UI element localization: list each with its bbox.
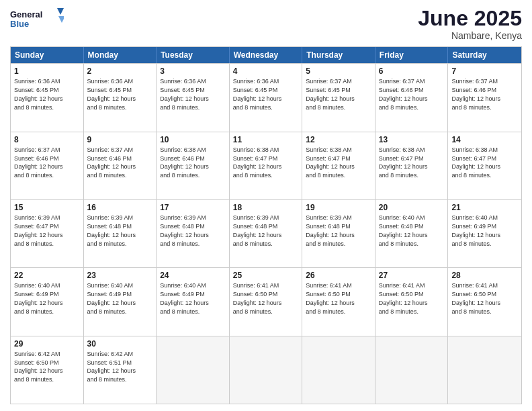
svg-marker-3 bbox=[58, 16, 64, 23]
calendar-row-4: 29 Sunrise: 6:42 AMSunset: 6:50 PMDaylig… bbox=[11, 336, 521, 404]
calendar-cell-4-2 bbox=[157, 336, 230, 404]
day-number: 19 bbox=[306, 202, 371, 213]
day-number: 16 bbox=[87, 202, 153, 213]
calendar-cell-4-4 bbox=[302, 336, 375, 404]
day-number: 5 bbox=[306, 66, 371, 77]
calendar-body: 1 Sunrise: 6:36 AMSunset: 6:45 PMDayligh… bbox=[11, 63, 521, 404]
calendar-cell-3-0: 22 Sunrise: 6:40 AMSunset: 6:49 PMDaylig… bbox=[11, 268, 84, 335]
day-number: 15 bbox=[14, 202, 80, 213]
cell-info: Sunrise: 6:41 AMSunset: 6:50 PMDaylight:… bbox=[451, 282, 500, 314]
calendar-cell-1-1: 9 Sunrise: 6:37 AMSunset: 6:46 PMDayligh… bbox=[84, 132, 157, 199]
title-block: June 2025 Nambare, Kenya bbox=[418, 7, 522, 41]
cell-info: Sunrise: 6:39 AMSunset: 6:47 PMDaylight:… bbox=[14, 214, 63, 246]
calendar-cell-1-0: 8 Sunrise: 6:37 AMSunset: 6:46 PMDayligh… bbox=[11, 132, 84, 199]
calendar-row-1: 8 Sunrise: 6:37 AMSunset: 6:46 PMDayligh… bbox=[11, 132, 521, 199]
cell-info: Sunrise: 6:36 AMSunset: 6:45 PMDaylight:… bbox=[14, 78, 63, 110]
page: General Blue June 2025 Nambare, Kenya Su… bbox=[0, 0, 532, 411]
calendar-cell-3-2: 24 Sunrise: 6:40 AMSunset: 6:49 PMDaylig… bbox=[157, 268, 230, 335]
cell-info: Sunrise: 6:36 AMSunset: 6:45 PMDaylight:… bbox=[87, 78, 136, 110]
calendar-cell-2-5: 20 Sunrise: 6:40 AMSunset: 6:48 PMDaylig… bbox=[375, 200, 449, 267]
cell-info: Sunrise: 6:37 AMSunset: 6:46 PMDaylight:… bbox=[451, 78, 500, 110]
calendar-cell-0-1: 2 Sunrise: 6:36 AMSunset: 6:45 PMDayligh… bbox=[84, 64, 157, 131]
header-thursday: Thursday bbox=[302, 47, 375, 63]
cell-info: Sunrise: 6:41 AMSunset: 6:50 PMDaylight:… bbox=[233, 282, 282, 314]
day-number: 8 bbox=[14, 134, 80, 145]
svg-marker-2 bbox=[57, 8, 64, 15]
svg-text:Blue: Blue bbox=[10, 19, 29, 29]
calendar: Sunday Monday Tuesday Wednesday Thursday… bbox=[10, 46, 522, 404]
calendar-cell-0-6: 7 Sunrise: 6:37 AMSunset: 6:46 PMDayligh… bbox=[448, 64, 521, 131]
cell-info: Sunrise: 6:40 AMSunset: 6:49 PMDaylight:… bbox=[451, 214, 500, 246]
calendar-cell-1-2: 10 Sunrise: 6:38 AMSunset: 6:46 PMDaylig… bbox=[157, 132, 230, 199]
cell-info: Sunrise: 6:41 AMSunset: 6:50 PMDaylight:… bbox=[379, 282, 428, 314]
cell-info: Sunrise: 6:37 AMSunset: 6:46 PMDaylight:… bbox=[87, 146, 136, 179]
calendar-cell-4-0: 29 Sunrise: 6:42 AMSunset: 6:50 PMDaylig… bbox=[11, 336, 84, 404]
cell-info: Sunrise: 6:40 AMSunset: 6:49 PMDaylight:… bbox=[14, 282, 63, 314]
cell-info: Sunrise: 6:39 AMSunset: 6:48 PMDaylight:… bbox=[306, 214, 355, 246]
day-number: 10 bbox=[160, 134, 226, 145]
header-monday: Monday bbox=[84, 47, 157, 63]
cell-info: Sunrise: 6:40 AMSunset: 6:49 PMDaylight:… bbox=[160, 282, 209, 314]
cell-info: Sunrise: 6:37 AMSunset: 6:46 PMDaylight:… bbox=[14, 146, 63, 179]
cell-info: Sunrise: 6:36 AMSunset: 6:45 PMDaylight:… bbox=[233, 78, 282, 110]
cell-info: Sunrise: 6:36 AMSunset: 6:45 PMDaylight:… bbox=[160, 78, 209, 110]
header-friday: Friday bbox=[375, 47, 449, 63]
calendar-cell-0-2: 3 Sunrise: 6:36 AMSunset: 6:45 PMDayligh… bbox=[157, 64, 230, 131]
header-wednesday: Wednesday bbox=[230, 47, 303, 63]
day-number: 9 bbox=[87, 134, 153, 145]
day-number: 29 bbox=[14, 338, 80, 349]
calendar-cell-3-6: 28 Sunrise: 6:41 AMSunset: 6:50 PMDaylig… bbox=[448, 268, 521, 335]
logo: General Blue bbox=[10, 7, 64, 34]
calendar-row-2: 15 Sunrise: 6:39 AMSunset: 6:47 PMDaylig… bbox=[11, 199, 521, 267]
day-number: 11 bbox=[233, 134, 299, 145]
cell-info: Sunrise: 6:38 AMSunset: 6:47 PMDaylight:… bbox=[451, 146, 500, 179]
day-number: 22 bbox=[14, 270, 80, 281]
header-saturday: Saturday bbox=[448, 47, 521, 63]
day-number: 30 bbox=[87, 338, 153, 349]
calendar-cell-3-4: 26 Sunrise: 6:41 AMSunset: 6:50 PMDaylig… bbox=[302, 268, 375, 335]
location: Nambare, Kenya bbox=[418, 30, 522, 41]
day-number: 17 bbox=[160, 202, 226, 213]
cell-info: Sunrise: 6:37 AMSunset: 6:45 PMDaylight:… bbox=[306, 78, 355, 110]
calendar-cell-2-4: 19 Sunrise: 6:39 AMSunset: 6:48 PMDaylig… bbox=[302, 200, 375, 267]
day-number: 26 bbox=[306, 270, 371, 281]
calendar-cell-0-5: 6 Sunrise: 6:37 AMSunset: 6:46 PMDayligh… bbox=[375, 64, 449, 131]
cell-info: Sunrise: 6:38 AMSunset: 6:47 PMDaylight:… bbox=[233, 146, 282, 179]
day-number: 27 bbox=[379, 270, 445, 281]
calendar-cell-4-1: 30 Sunrise: 6:42 AMSunset: 6:51 PMDaylig… bbox=[84, 336, 157, 404]
calendar-cell-2-1: 16 Sunrise: 6:39 AMSunset: 6:48 PMDaylig… bbox=[84, 200, 157, 267]
calendar-cell-3-5: 27 Sunrise: 6:41 AMSunset: 6:50 PMDaylig… bbox=[375, 268, 449, 335]
day-number: 12 bbox=[306, 134, 371, 145]
day-number: 20 bbox=[379, 202, 445, 213]
day-number: 13 bbox=[379, 134, 445, 145]
day-number: 18 bbox=[233, 202, 299, 213]
calendar-cell-1-5: 13 Sunrise: 6:38 AMSunset: 6:47 PMDaylig… bbox=[375, 132, 449, 199]
cell-info: Sunrise: 6:37 AMSunset: 6:46 PMDaylight:… bbox=[379, 78, 428, 110]
calendar-cell-1-6: 14 Sunrise: 6:38 AMSunset: 6:47 PMDaylig… bbox=[448, 132, 521, 199]
calendar-cell-2-0: 15 Sunrise: 6:39 AMSunset: 6:47 PMDaylig… bbox=[11, 200, 84, 267]
day-number: 24 bbox=[160, 270, 226, 281]
calendar-cell-4-6 bbox=[448, 336, 521, 404]
calendar-row-0: 1 Sunrise: 6:36 AMSunset: 6:45 PMDayligh… bbox=[11, 63, 521, 131]
day-number: 3 bbox=[160, 66, 226, 77]
calendar-cell-2-3: 18 Sunrise: 6:39 AMSunset: 6:48 PMDaylig… bbox=[230, 200, 303, 267]
day-number: 6 bbox=[379, 66, 445, 77]
header-tuesday: Tuesday bbox=[157, 47, 230, 63]
cell-info: Sunrise: 6:38 AMSunset: 6:47 PMDaylight:… bbox=[379, 146, 428, 179]
cell-info: Sunrise: 6:38 AMSunset: 6:46 PMDaylight:… bbox=[160, 146, 209, 179]
cell-info: Sunrise: 6:42 AMSunset: 6:51 PMDaylight:… bbox=[87, 351, 136, 383]
calendar-cell-1-4: 12 Sunrise: 6:38 AMSunset: 6:47 PMDaylig… bbox=[302, 132, 375, 199]
day-number: 28 bbox=[451, 270, 518, 281]
header: General Blue June 2025 Nambare, Kenya bbox=[10, 7, 522, 41]
day-number: 21 bbox=[451, 202, 518, 213]
day-number: 23 bbox=[87, 270, 153, 281]
calendar-cell-2-2: 17 Sunrise: 6:39 AMSunset: 6:48 PMDaylig… bbox=[157, 200, 230, 267]
logo-svg: General Blue bbox=[10, 7, 64, 34]
day-number: 7 bbox=[451, 66, 518, 77]
day-number: 25 bbox=[233, 270, 299, 281]
cell-info: Sunrise: 6:38 AMSunset: 6:47 PMDaylight:… bbox=[306, 146, 355, 179]
cell-info: Sunrise: 6:42 AMSunset: 6:50 PMDaylight:… bbox=[14, 351, 63, 383]
calendar-cell-1-3: 11 Sunrise: 6:38 AMSunset: 6:47 PMDaylig… bbox=[230, 132, 303, 199]
calendar-cell-3-3: 25 Sunrise: 6:41 AMSunset: 6:50 PMDaylig… bbox=[230, 268, 303, 335]
day-number: 14 bbox=[451, 134, 518, 145]
